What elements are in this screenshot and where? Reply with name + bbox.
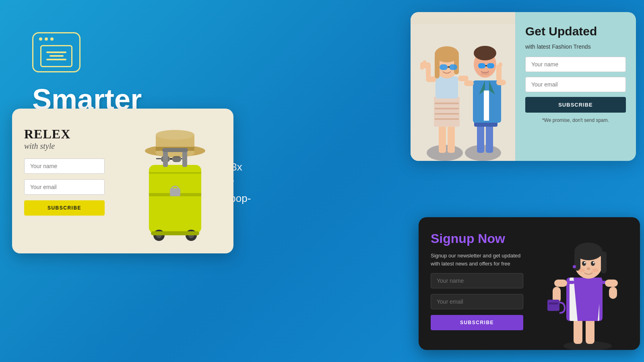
svg-marker-69 [574,278,602,321]
svg-point-35 [474,46,496,60]
svg-rect-30 [464,80,474,86]
svg-rect-18 [454,54,459,74]
svg-point-83 [582,261,586,266]
svg-rect-54 [162,148,188,152]
svg-rect-82 [601,251,607,274]
relex-title: RELEX [24,127,105,142]
fashion-name-input[interactable] [525,57,626,72]
svg-point-44 [156,130,194,140]
svg-rect-17 [435,54,440,78]
svg-rect-66 [586,318,594,344]
popup-signup-content: Signup Now Signup our newsletter and get… [419,217,535,350]
svg-rect-75 [549,302,558,304]
popup-signup-image [535,217,640,350]
svg-rect-48 [170,158,172,160]
fashion-subscribe-button[interactable]: SUBSCRIBE [525,97,626,113]
svg-rect-47 [172,156,181,162]
svg-rect-4 [434,97,460,127]
signup-title: Signup Now [431,231,523,246]
svg-rect-21 [448,66,450,68]
svg-rect-7 [435,113,459,115]
icon-line-1 [46,51,66,53]
svg-rect-56 [149,172,201,174]
relex-subscribe-button[interactable]: SUBSCRIBE [24,200,105,216]
icon-line-2 [50,55,64,57]
popup-relex-content: RELEX with style SUBSCRIBE [12,109,117,253]
svg-rect-24 [486,125,493,153]
popup-relex: RELEX with style SUBSCRIBE [12,109,233,253]
svg-rect-9 [436,76,458,99]
relex-brand: RELEX with style [24,127,105,151]
svg-rect-14 [420,62,424,70]
svg-rect-77 [609,287,617,299]
app-icon-inner [40,45,72,67]
svg-rect-76 [605,280,618,287]
svg-rect-11 [458,76,469,81]
signup-email-input[interactable] [431,294,523,309]
svg-point-84 [591,261,595,266]
signup-description: Signup our newsletter and get updated wi… [431,252,523,267]
svg-rect-70 [566,281,574,284]
relex-email-input[interactable] [24,179,105,195]
popup-signup: Signup Now Signup our newsletter and get… [419,217,640,350]
relex-tagline: with style [24,142,105,151]
svg-rect-8 [435,118,459,120]
svg-rect-19 [440,64,448,70]
svg-rect-6 [435,108,459,109]
popup-fashion: Get Updated with latest Fashion Trends S… [411,12,636,161]
luggage-illustration [127,113,223,249]
svg-rect-2 [439,125,446,153]
svg-rect-20 [449,64,457,70]
fashion-subtitle: with latest Fashion Trends [525,43,626,50]
signup-name-input[interactable] [431,273,523,288]
popup-fashion-image [411,12,515,161]
icon-line-3 [46,59,66,60]
svg-rect-39 [481,72,489,75]
svg-rect-3 [448,125,455,153]
svg-point-87 [587,267,590,270]
svg-point-86 [593,262,594,263]
svg-point-89 [592,268,599,272]
svg-rect-51 [149,165,201,233]
relex-name-input[interactable] [24,158,105,174]
svg-rect-74 [547,300,559,311]
svg-rect-36 [478,63,485,68]
svg-rect-33 [498,62,502,67]
svg-point-88 [578,268,585,272]
svg-rect-65 [574,318,582,344]
svg-rect-72 [554,280,567,287]
fashion-email-input[interactable] [525,77,626,92]
svg-rect-49 [156,158,161,159]
svg-rect-81 [588,249,603,255]
fashion-illustration [411,24,515,161]
svg-rect-63 [151,231,199,235]
signup-subscribe-button[interactable]: SUBSCRIBE [431,315,523,330]
fashion-title: Get Updated [525,24,626,39]
popup-relex-image [117,109,233,253]
popup-fashion-content: Get Updated with latest Fashion Trends S… [515,12,636,161]
app-icon [32,32,80,72]
svg-point-90 [573,265,576,268]
svg-rect-5 [435,103,459,104]
svg-rect-23 [477,125,484,153]
svg-rect-37 [487,63,494,68]
svg-rect-38 [485,65,487,66]
svg-rect-29 [484,90,489,121]
svg-point-85 [584,262,586,263]
signup-person-illustration [541,225,634,350]
fashion-note: *We promise, don't send spam. [525,117,626,123]
svg-rect-57 [170,188,180,196]
